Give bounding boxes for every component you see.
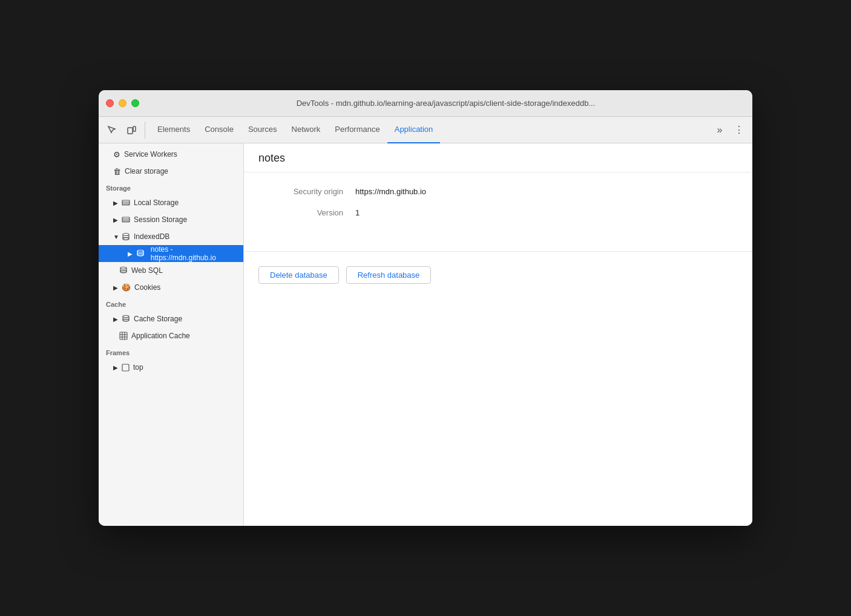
application-cache-icon — [119, 332, 128, 340]
sidebar-item-indexeddb[interactable]: ▼ IndexedDB — [99, 228, 243, 245]
sidebar-item-web-sql[interactable]: Web SQL — [99, 262, 243, 279]
sidebar: ⚙ Service Workers 🗑 Clear storage Storag… — [99, 143, 244, 526]
top-arrow: ▶ — [113, 364, 119, 371]
device-toggle-button[interactable] — [123, 122, 140, 139]
sidebar-item-application-cache[interactable]: Application Cache — [99, 327, 243, 344]
panel-title: notes — [244, 143, 752, 172]
svg-rect-16 — [120, 332, 127, 339]
cache-storage-icon — [122, 315, 130, 323]
version-value: 1 — [355, 208, 360, 217]
tab-elements[interactable]: Elements — [150, 117, 197, 143]
toolbar-icons — [104, 122, 145, 139]
svg-point-12 — [120, 267, 126, 269]
cache-storage-arrow: ▶ — [113, 316, 119, 323]
svg-rect-0 — [128, 128, 133, 134]
tab-network[interactable]: Network — [284, 117, 328, 143]
sidebar-item-service-workers[interactable]: ⚙ Service Workers — [99, 146, 243, 163]
local-storage-icon — [122, 198, 130, 207]
notes-db-arrow: ▶ — [128, 251, 134, 257]
panel-divider — [244, 251, 752, 252]
title-bar: DevTools - mdn.github.io/learning-area/j… — [99, 90, 752, 117]
nav-tabs: Elements Console Sources Network Perform… — [150, 117, 709, 143]
svg-rect-1 — [133, 126, 136, 131]
cookies-icon: 🍪 — [122, 283, 131, 292]
svg-point-8 — [123, 234, 129, 236]
gear-icon: ⚙ — [113, 150, 120, 159]
tab-console[interactable]: Console — [197, 117, 241, 143]
main-panel: notes Security origin https://mdn.github… — [244, 143, 752, 526]
tab-sources[interactable]: Sources — [241, 117, 284, 143]
svg-point-11 — [137, 254, 143, 256]
devtools-menu-button[interactable]: ⋮ — [731, 122, 748, 139]
sidebar-item-top[interactable]: ▶ top — [99, 359, 243, 376]
tab-performance[interactable]: Performance — [327, 117, 387, 143]
frame-icon — [122, 364, 130, 372]
svg-rect-21 — [122, 364, 129, 371]
security-origin-row: Security origin https://mdn.github.io — [258, 187, 738, 196]
version-row: Version 1 — [258, 208, 738, 217]
security-origin-value: https://mdn.github.io — [355, 187, 426, 196]
maximize-button[interactable] — [131, 99, 139, 107]
trash-icon: 🗑 — [113, 167, 121, 176]
security-origin-label: Security origin — [258, 187, 343, 196]
delete-database-button[interactable]: Delete database — [258, 266, 339, 284]
close-button[interactable] — [106, 99, 114, 107]
indexeddb-icon — [122, 232, 130, 241]
sidebar-item-clear-storage[interactable]: 🗑 Clear storage — [99, 163, 243, 180]
window-title: DevTools - mdn.github.io/learning-area/j… — [146, 99, 745, 108]
main-content: ⚙ Service Workers 🗑 Clear storage Storag… — [99, 143, 752, 526]
version-label: Version — [258, 208, 343, 217]
local-storage-arrow: ▶ — [113, 200, 119, 206]
svg-point-15 — [123, 319, 129, 321]
web-sql-icon — [119, 266, 128, 275]
svg-rect-5 — [122, 217, 130, 222]
traffic-lights — [106, 99, 139, 107]
tab-application[interactable]: Application — [387, 117, 441, 143]
minimize-button[interactable] — [119, 99, 126, 107]
sidebar-item-local-storage[interactable]: ▶ Local Storage — [99, 194, 243, 211]
sidebar-item-cache-storage[interactable]: ▶ Cache Storage — [99, 310, 243, 327]
devtools-window: DevTools - mdn.github.io/learning-area/j… — [99, 90, 752, 526]
sidebar-item-session-storage[interactable]: ▶ Session Storage — [99, 211, 243, 228]
indexeddb-arrow: ▼ — [113, 234, 119, 240]
notes-db-icon — [136, 249, 145, 258]
sidebar-item-notes-db[interactable]: ▶ notes - https://mdn.github.io — [99, 245, 243, 262]
frames-section-label: Frames — [99, 344, 243, 359]
inspect-element-button[interactable] — [104, 122, 120, 139]
panel-body: Security origin https://mdn.github.io Ve… — [244, 172, 752, 244]
session-storage-icon — [122, 215, 130, 224]
session-storage-arrow: ▶ — [113, 217, 119, 223]
toolbar: Elements Console Sources Network Perform… — [99, 117, 752, 143]
refresh-database-button[interactable]: Refresh database — [346, 266, 432, 284]
more-tabs-button[interactable]: » — [711, 122, 728, 139]
svg-point-13 — [120, 270, 126, 273]
svg-rect-2 — [122, 200, 130, 205]
svg-point-10 — [137, 250, 143, 252]
toolbar-more: » ⋮ — [709, 122, 748, 139]
svg-point-14 — [123, 315, 129, 318]
storage-section-label: Storage — [99, 180, 243, 194]
panel-actions: Delete database Refresh database — [244, 266, 752, 298]
cookies-arrow: ▶ — [113, 284, 119, 291]
cache-section-label: Cache — [99, 296, 243, 310]
sidebar-item-cookies[interactable]: ▶ 🍪 Cookies — [99, 279, 243, 296]
